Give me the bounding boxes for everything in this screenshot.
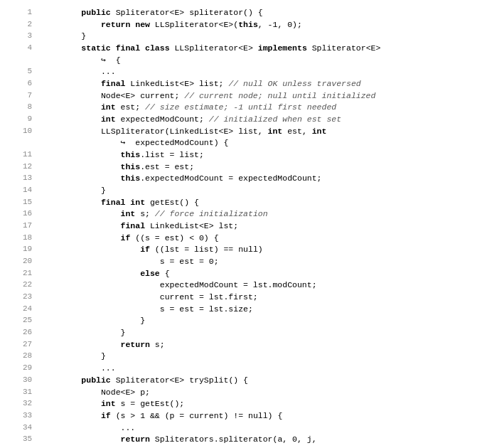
line-content: ↪ { [41,55,473,67]
table-row: 26 } [14,327,473,339]
table-row: 19 if ((lst = list) == null) [14,244,473,256]
line-content: if ((s = est) < 0) { [41,233,473,245]
line-content: int s = getEst(); [41,398,473,410]
line-content: LLSpliterator(LinkedList<E> list, int es… [41,126,473,138]
table-row: 20 s = est = 0; [14,256,473,268]
line-number: 32 [14,398,41,410]
line-number: 6 [14,78,41,90]
line-content: else { [41,268,473,280]
table-row: 17 final LinkedList<E> lst; [14,220,473,233]
table-row: 35 return Spliterators.spliterator(a, 0,… [14,434,473,446]
line-content: } [41,315,473,327]
line-number: 10 [14,126,41,138]
line-number: 4 [14,43,41,55]
table-row: ↪ expectedModCount) { [14,137,473,149]
table-row: 2 return new LLSpliterator<E>(this, -1, … [14,19,473,31]
line-number: 13 [14,173,41,185]
line-number: 23 [14,292,41,304]
table-row: 27 return s; [14,339,473,351]
table-row: 12 this.est = est; [14,161,473,174]
table-row: 34 ... [14,422,473,434]
line-content: public Spliterator<E> trySplit() { [41,375,473,387]
table-row: 22 expectedModCount = lst.modCount; [14,279,473,292]
line-number: 24 [14,304,41,316]
line-content: } [41,327,473,339]
table-row: 8 int est; // size estimate; -1 until fi… [14,102,473,114]
line-number: 2 [14,19,41,31]
table-row: 18 if ((s = est) < 0) { [14,233,473,245]
table-row: 30 public Spliterator<E> trySplit() { [14,375,473,387]
table-row: 13 this.expectedModCount = expectedModCo… [14,173,473,185]
line-number: 26 [14,327,41,339]
table-row: 24 s = est = lst.size; [14,304,473,316]
line-number: 11 [14,149,41,161]
line-content: this.list = list; [41,149,473,161]
line-number: 9 [14,114,41,126]
line-content: Node<E> current; // current node; null u… [41,90,473,102]
line-content: public Spliterator<E> spliterator() { [41,7,473,19]
line-number: 1 [14,7,41,19]
line-content: expectedModCount = lst.modCount; [41,279,473,292]
line-number: 12 [14,161,41,174]
line-number: 15 [14,197,41,209]
table-row: 21 else { [14,268,473,280]
line-number: 5 [14,66,41,78]
line-content: this.expectedModCount = expectedModCount… [41,173,473,185]
line-content: return Spliterators.spliterator(a, 0, j, [41,434,473,446]
line-number: 35 [14,434,41,446]
table-row: 10 LLSpliterator(LinkedList<E> list, int… [14,126,473,138]
table-row: 16 int s; // force initialization [14,208,473,220]
line-number: 25 [14,315,41,327]
line-content: final LinkedList<E> list; // null OK unl… [41,78,473,90]
line-content: } [41,185,473,197]
line-number: 20 [14,256,41,268]
line-number [14,55,41,67]
line-number [14,137,41,149]
table-row: 31 Node<E> p; [14,387,473,399]
table-row: 33 if (s > 1 && (p = current) != null) { [14,410,473,422]
line-content: this.est = est; [41,161,473,174]
table-row: 25 } [14,315,473,327]
line-content: ... [41,422,473,434]
line-content: } [41,31,473,43]
line-content: static final class LLSpliterator<E> impl… [41,43,473,55]
line-number: 27 [14,339,41,351]
line-content: final LinkedList<E> lst; [41,220,473,233]
table-row: 11 this.list = list; [14,149,473,161]
table-row: 28 } [14,351,473,363]
table-row: 15 final int getEst() { [14,197,473,209]
line-number: 33 [14,410,41,422]
table-row: 3 } [14,31,473,43]
line-content: final int getEst() { [41,197,473,209]
line-content: ↪ expectedModCount) { [41,137,473,149]
line-content: if ((lst = list) == null) [41,244,473,256]
line-number: 22 [14,279,41,292]
line-number: 21 [14,268,41,280]
table-row: 32 int s = getEst(); [14,398,473,410]
table-row: 23 current = lst.first; [14,292,473,304]
line-content: } [41,351,473,363]
line-number: 28 [14,351,41,363]
line-content: ... [41,363,473,375]
line-content: int s; // force initialization [41,208,473,220]
table-row: 29 ... [14,363,473,375]
table-row: ↪ { [14,55,473,67]
line-number: 17 [14,220,41,233]
line-number: 31 [14,387,41,399]
line-content: Node<E> p; [41,387,473,399]
line-number: 30 [14,375,41,387]
line-content: s = est = 0; [41,256,473,268]
line-content: int expectedModCount; // initialized whe… [41,114,473,126]
line-number: 19 [14,244,41,256]
line-number: 18 [14,233,41,245]
line-number: 16 [14,208,41,220]
table-row: 14 } [14,185,473,197]
table-row: 4 static final class LLSpliterator<E> im… [14,43,473,55]
line-content: if (s > 1 && (p = current) != null) { [41,410,473,422]
code-listing: 1 public Spliterator<E> spliterator() {2… [14,7,473,448]
table-row: 5 ... [14,66,473,78]
line-content: ... [41,66,473,78]
line-content: return s; [41,339,473,351]
line-content: current = lst.first; [41,292,473,304]
line-number: 34 [14,422,41,434]
